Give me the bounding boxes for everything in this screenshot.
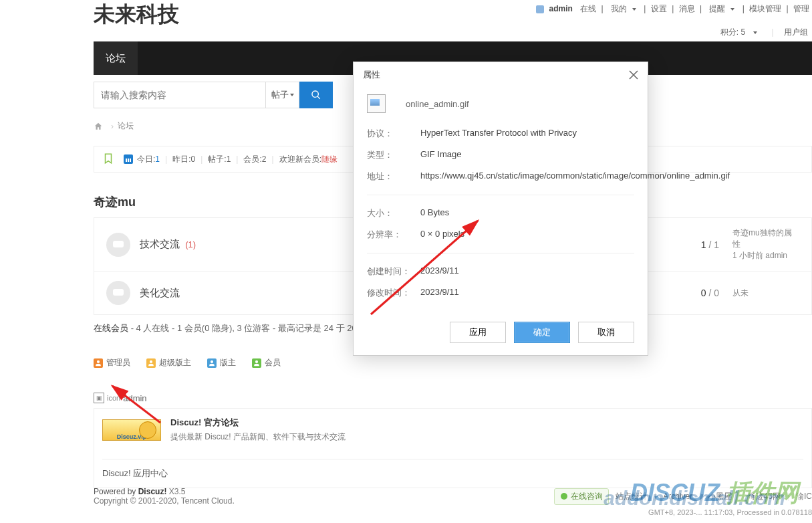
admin-badge-icon — [94, 358, 103, 368]
legend-admin: 管理员 — [94, 357, 130, 369]
search-icon — [311, 90, 321, 100]
settings-link[interactable]: 设置 — [651, 4, 667, 13]
site-title: 未来科技 — [94, 0, 179, 29]
home-icon[interactable] — [94, 122, 103, 131]
legend-smod: 超级版主 — [146, 357, 191, 369]
modified-label: 修改时间： — [367, 287, 420, 299]
stats-yesterday-value: 0 — [191, 154, 196, 164]
caret-icon — [290, 94, 294, 96]
messages-link[interactable]: 消息 — [679, 4, 695, 13]
online-user-row: ▣icon admin — [94, 393, 812, 403]
online-detail: - 4 人在线 - 1 会员(0 隐身), 3 位游客 - 最高记录是 24 于… — [131, 323, 362, 333]
powered-label: Powered by — [94, 487, 138, 496]
close-button[interactable] — [629, 70, 638, 80]
app-center-link[interactable]: Discuz! 应用中心 — [102, 459, 803, 480]
ok-button[interactable]: 确定 — [514, 322, 570, 343]
breadcrumb: › 论坛 — [94, 120, 134, 132]
address-value: https://www.qj45.cn/static/image/common/… — [420, 171, 730, 183]
section-title[interactable]: 奇迹mu — [94, 194, 136, 210]
caret-icon — [730, 8, 734, 11]
legend-mod: 版主 — [207, 357, 236, 369]
created-value: 2023/9/11 — [420, 266, 634, 278]
protocol-value: HyperText Transfer Protocol with Privacy — [420, 128, 634, 140]
search-type-select[interactable]: 帖子 — [266, 82, 299, 108]
username[interactable]: admin — [549, 4, 573, 13]
stats-newmember[interactable]: 随缘 — [321, 154, 337, 165]
stats-members-label: 会员: — [243, 154, 261, 165]
qj45-link[interactable]: 奇迹45网 — [748, 491, 781, 502]
search-button[interactable] — [299, 82, 333, 108]
smod-badge-icon — [146, 358, 156, 368]
version-label: X3.5 — [169, 487, 186, 496]
modules-link[interactable]: 模块管理 — [749, 4, 781, 13]
breadcrumb-forum[interactable]: 论坛 — [118, 120, 134, 132]
my-menu[interactable]: 我的 — [608, 4, 639, 13]
dim-value: 0 × 0 pixels — [420, 229, 634, 241]
stats-posts-value: 1 — [227, 154, 231, 164]
created-label: 创建时间： — [367, 266, 420, 278]
discuz-logo[interactable]: Discuz.vip — [102, 419, 161, 441]
type-value: GIF Image — [420, 149, 634, 161]
consult-button[interactable]: 在线咨询 — [554, 488, 609, 505]
icon-alt-text: icon — [107, 394, 120, 402]
caret-icon — [632, 8, 636, 11]
brand-link[interactable]: Discuz! — [138, 487, 169, 496]
chat-icon — [560, 492, 568, 500]
forum-stats: 0 / 0 — [701, 288, 719, 298]
sitestat-link[interactable]: 站点统计 — [616, 491, 648, 502]
protocol-label: 协议： — [367, 128, 420, 140]
size-value: 0 Bytes — [420, 207, 634, 219]
icp-link[interactable]: 渝IC — [796, 491, 812, 502]
search-input[interactable] — [94, 82, 266, 108]
discuz-title[interactable]: Discuz! 官方论坛 — [170, 417, 346, 429]
mobile-link[interactable]: 小黑屋 — [708, 491, 732, 502]
archiver-link[interactable]: Archiver — [663, 492, 692, 501]
divider — [367, 195, 634, 195]
address-label: 地址： — [367, 171, 420, 183]
stats-today-value: 1 — [155, 154, 160, 164]
stats-posts-label: 帖子: — [208, 154, 226, 165]
footer: Powered by Discuz! X3.5 Copyright © 2001… — [94, 487, 812, 506]
user-icon — [536, 5, 544, 13]
copyright: Copyright © 2001-2020, Tencent Cloud. — [94, 496, 235, 506]
remind-menu[interactable]: 提醒 — [706, 4, 737, 13]
stats-members-value: 2 — [262, 154, 267, 164]
divider — [367, 253, 634, 253]
legend-member: 会员 — [252, 357, 281, 369]
chart-icon[interactable] — [124, 154, 133, 164]
bookmark-icon[interactable] — [102, 152, 116, 166]
apply-button[interactable]: 应用 — [450, 322, 506, 343]
top-user-bar: admin 在线 | 我的 | 设置 | 消息 | 提醒 | 模块管理 | 管理 — [531, 3, 812, 15]
points-label[interactable]: 积分: 5 — [716, 27, 761, 37]
usergroup-link[interactable]: 用户组 — [784, 27, 808, 37]
manage-link[interactable]: 管理 — [793, 4, 809, 13]
member-badge-icon — [252, 358, 261, 368]
cancel-button[interactable]: 取消 — [578, 322, 634, 343]
discuz-desc: 提供最新 Discuz! 产品新闻、软件下载与技术交流 — [170, 431, 346, 443]
close-icon — [629, 70, 638, 80]
discuz-box: Discuz.vip Discuz! 官方论坛 提供最新 Discuz! 产品新… — [94, 408, 812, 488]
size-label: 大小： — [367, 207, 420, 219]
legend-row: 管理员 超级版主 版主 会员 — [94, 357, 812, 369]
forum-meta: 奇迹mu独特的属性1 小时前 admin — [732, 227, 799, 262]
dim-label: 分辨率： — [367, 229, 420, 241]
dialog-title: 属性 — [363, 69, 380, 81]
broken-image-icon: ▣ — [94, 393, 104, 403]
online-user[interactable]: admin — [123, 393, 146, 403]
type-label: 类型： — [367, 149, 420, 161]
file-type-icon — [367, 94, 386, 113]
nav-forum[interactable]: 论坛 — [94, 41, 138, 75]
filename: online_admin.gif — [406, 99, 469, 109]
speech-icon — [106, 233, 130, 257]
points-bar: 积分: 5 | 用户组 — [712, 27, 812, 38]
gmt-info: GMT+8, 2023-... 11:17:03, Processed in 0… — [648, 508, 812, 516]
svg-point-0 — [561, 493, 567, 500]
mod-badge-icon — [207, 358, 217, 368]
properties-dialog: 属性 online_admin.gif 协议：HyperText Transfe… — [353, 62, 648, 356]
online-title[interactable]: 在线会员 — [94, 323, 128, 333]
stats-yesterday-label: 昨日: — [172, 154, 190, 165]
forum-meta: 从未 — [732, 288, 799, 299]
caret-icon — [753, 31, 757, 34]
stats-today-label: 今日: — [137, 154, 155, 165]
forum-stats: 1 / 1 — [701, 239, 719, 250]
